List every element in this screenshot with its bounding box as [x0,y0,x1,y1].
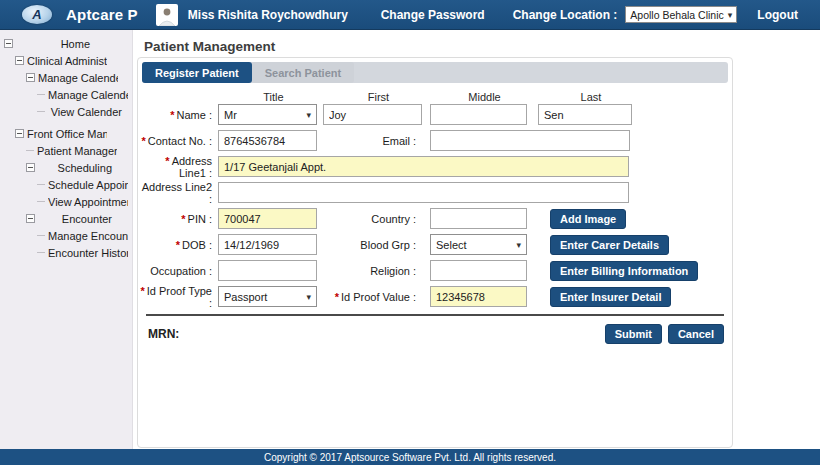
pin-label: *PIN : [138,213,218,225]
logout-link[interactable]: Logout [757,8,798,22]
tree-connector [37,94,45,95]
user-avatar [156,4,178,26]
enter-billing-information-button[interactable]: Enter Billing Information [550,261,698,281]
person-icon [158,6,176,26]
submit-button[interactable]: Submit [605,324,662,344]
address2-label: Address Line2 : [138,181,218,205]
cancel-button[interactable]: Cancel [668,324,724,344]
collapse-icon[interactable] [15,56,24,65]
sidebar-item-front-office-management[interactable]: Front Office Management [0,125,132,142]
dob-input[interactable] [218,234,317,255]
sidebar-item-manage-calender-group[interactable]: Manage Calender [0,69,132,86]
add-image-button[interactable]: Add Image [550,209,626,229]
sidebar-item-view-calender[interactable]: View Calender [0,103,132,120]
sidebar-item-encounter-history[interactable]: Encounter History [0,244,132,261]
enter-insurer-detail-button[interactable]: Enter Insurer Detail [550,287,671,307]
sidebar-item-home[interactable]: Home [0,35,132,52]
location-select[interactable]: Apollo Behala Clinic ▾ [625,6,737,23]
blood-grp-label: Blood Grp : [317,239,423,251]
change-location-label: Change Location : [513,8,618,22]
address-line1-input[interactable] [218,156,629,177]
chevron-down-icon: ▾ [728,10,733,20]
address1-row: *Address Line1 : [138,156,732,177]
sidebar-item-clinical-administration[interactable]: Clinical Administration [0,52,132,69]
chevron-down-icon: ▾ [306,110,311,120]
sidebar-item-manage-calender[interactable]: Manage Calender [0,86,132,103]
country-label: Country : [317,213,423,225]
id-proof-type-select[interactable]: Passport ▾ [218,286,317,307]
top-header: A Aptcare P Miss Rishita Roychowdhury Ch… [0,0,820,30]
register-patient-panel: Register Patient Search Patient Title Fi… [137,57,733,448]
name-row: *Name : Mr ▾ [138,104,732,125]
sidebar-item-patient-management[interactable]: Patient Management [0,142,132,159]
address1-label: *Address Line1 : [138,155,218,179]
first-name-input[interactable] [323,104,422,125]
pin-input[interactable] [218,208,317,229]
sidebar-item-schedule-appointment[interactable]: Schedule Appointment [0,176,132,193]
tree-connector [37,201,45,202]
tree-connector [37,252,45,253]
email-label: Email : [317,135,423,147]
patient-form: Title First Middle Last *Name : Mr ▾ *Co… [138,83,732,344]
tab-bar: Register Patient Search Patient [142,62,728,83]
title-select[interactable]: Mr ▾ [218,104,317,125]
tree-connector [37,235,45,236]
collapse-icon[interactable] [15,129,24,138]
contact-label: *Contact No. : [138,135,218,147]
contact-row: *Contact No. : Email : [138,130,732,151]
dob-label: *DOB : [138,239,218,251]
religion-label: Religion : [317,265,423,277]
id-proof-type-label: *Id Proof Type : [138,285,218,309]
id-proof-value-label: *Id Proof Value : [317,291,423,303]
address2-row: Address Line2 : [138,182,732,203]
contact-input[interactable] [218,130,317,151]
tab-register-patient[interactable]: Register Patient [142,62,252,83]
pin-row: *PIN : Country : Add Image [138,208,732,229]
change-password-link[interactable]: Change Password [381,8,485,22]
sidebar-item-view-appointment[interactable]: View Appointment [0,193,132,210]
location-selected-value: Apollo Behala Clinic [630,9,723,21]
id-proof-row: *Id Proof Type : Passport ▾ *Id Proof Va… [138,286,732,307]
tab-search-patient[interactable]: Search Patient [252,62,354,83]
religion-input[interactable] [430,260,527,281]
occupation-row: Occupation : Religion : Enter Billing In… [138,260,732,281]
sidebar-item-encounter[interactable]: Encounter [0,210,132,227]
collapse-icon[interactable] [26,163,35,172]
collapse-icon[interactable] [26,73,35,82]
mrn-row: MRN: Submit Cancel [138,322,732,344]
app-logo-icon: A [22,5,52,24]
collapse-icon[interactable] [4,39,13,48]
tree-connector [37,184,45,185]
sidebar-item-manage-encounter[interactable]: Manage Encounter [0,227,132,244]
occupation-input[interactable] [218,260,317,281]
copyright-text: Copyright © 2017 Aptsource Software Pvt.… [264,452,556,463]
sidebar-item-scheduling[interactable]: Scheduling [0,159,132,176]
country-input[interactable] [430,208,527,229]
name-label: *Name : [138,109,218,121]
collapse-icon[interactable] [26,214,35,223]
chevron-down-icon: ▾ [516,240,521,250]
chevron-down-icon: ▾ [306,292,311,302]
app-title: Aptcare P [66,6,138,23]
enter-carer-details-button[interactable]: Enter Carer Details [550,235,669,255]
last-name-input[interactable] [538,104,632,125]
name-column-headers: Title First Middle Last [138,90,732,103]
page-title: Patient Management [144,39,275,54]
mrn-label: MRN: [148,327,179,341]
tree-connector [37,111,45,112]
id-proof-value-input[interactable] [430,286,527,307]
user-name: Miss Rishita Roychowdhury [188,8,348,22]
occupation-label: Occupation : [138,265,218,277]
blood-grp-select[interactable]: Select ▾ [430,234,527,255]
dob-row: *DOB : Blood Grp : Select ▾ Enter Carer … [138,234,732,255]
middle-name-input[interactable] [430,104,527,125]
email-input[interactable] [430,130,630,151]
footer-bar: Copyright © 2017 Aptsource Software Pvt.… [0,449,820,465]
address-line2-input[interactable] [218,182,629,203]
section-divider [146,314,724,316]
tree-connector [26,150,34,151]
sidebar-navigation: Home Clinical Administration Manage Cale… [0,30,133,449]
